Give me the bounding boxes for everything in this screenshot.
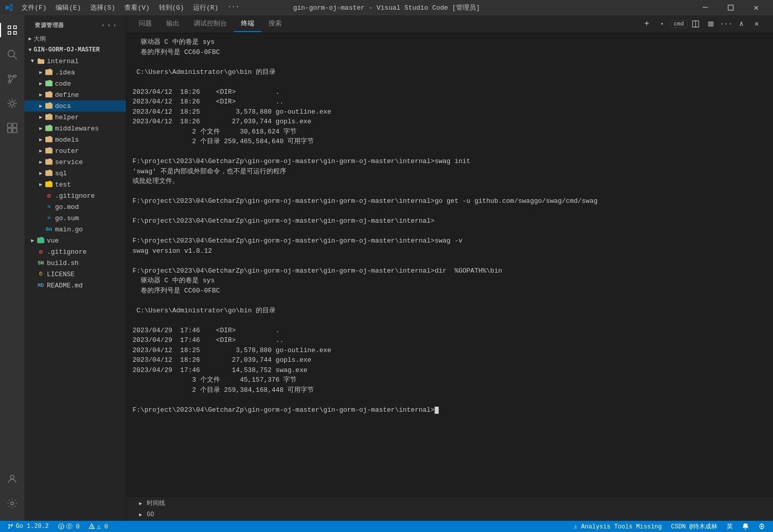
tree-item-gomod[interactable]: ≈ go.mod: [24, 201, 126, 212]
maximize-panel-button[interactable]: ∧: [734, 18, 749, 30]
close-button[interactable]: ✕: [744, 0, 768, 15]
tree-item-gosum[interactable]: ≈ go.sum: [24, 212, 126, 224]
menu-run[interactable]: 运行(R): [189, 2, 222, 13]
activity-bar: [0, 15, 24, 521]
kill-terminal-button[interactable]: [704, 18, 718, 30]
terminal-content[interactable]: 驱动器 C 中的卷是 sys 卷的序列号是 CC60-0FBC C:\Users…: [126, 33, 773, 496]
activity-settings[interactable]: [0, 491, 24, 516]
tab-terminal[interactable]: 终端: [234, 16, 261, 32]
close-panel-button[interactable]: ✕: [750, 18, 764, 30]
status-errors[interactable]: 0 ⓪ 0: [56, 521, 82, 532]
title-bar: 文件(F) 编辑(E) 选择(S) 查看(V) 转到(G) 运行(R) ··· …: [0, 0, 773, 15]
gomod-icon: ≈: [45, 203, 53, 211]
tree-item-vue[interactable]: ▶ vue: [24, 235, 126, 246]
tree-item-docs[interactable]: ▶ docs: [24, 100, 126, 112]
split-terminal-button[interactable]: [688, 18, 703, 30]
activity-search[interactable]: [0, 42, 24, 67]
term-line-4: C:\Users\Administrator\go\bin 的目录: [132, 67, 767, 77]
tree-item-gitignore[interactable]: ⊙ .gitignore: [24, 190, 126, 201]
menu-view[interactable]: 查看(V): [120, 2, 153, 13]
tree-arrow-idea: ▶: [37, 68, 45, 76]
tree-item-gitignore2[interactable]: ⊙ .gitignore: [24, 246, 126, 257]
status-user[interactable]: CSDN @待木成林: [669, 521, 720, 532]
term-line-15: 或批处理文件。: [132, 176, 767, 187]
router-folder-icon: [45, 147, 53, 155]
status-warnings[interactable]: 0 △ 0: [86, 521, 111, 532]
menu-select[interactable]: 选择(S): [86, 2, 119, 13]
tree-item-code[interactable]: ▶ code: [24, 78, 126, 89]
tree-item-define[interactable]: ▶ define: [24, 89, 126, 100]
status-left: Go 1.20.2 0 ⓪ 0 0 △ 0: [5, 521, 111, 532]
new-terminal-button[interactable]: +: [639, 18, 654, 30]
menu-edit[interactable]: 编辑(E): [51, 2, 85, 13]
sidebar-content: ▶ 大纲 ▼ GIN-GORM-OJ-MASTER ▶ internal: [24, 33, 126, 521]
svg-point-1: [8, 50, 15, 57]
menu-file[interactable]: 文件(F): [17, 2, 50, 13]
status-settings[interactable]: [756, 521, 768, 532]
status-errors-count: ⓪ 0: [66, 522, 79, 531]
activity-git[interactable]: [0, 67, 24, 91]
section-dajie[interactable]: ▶ 大纲: [24, 33, 126, 44]
tree-item-maingo[interactable]: Go main.go: [24, 224, 126, 235]
timeline-section[interactable]: ▶ 时间线: [126, 498, 773, 509]
tree-item-router[interactable]: ▶ router: [24, 145, 126, 156]
tab-debug-console[interactable]: 调试控制台: [186, 16, 234, 32]
tree-arrow-define: ▶: [37, 91, 45, 99]
status-user-text: CSDN @待木成林: [671, 522, 717, 531]
status-notification[interactable]: [739, 521, 752, 532]
status-analysis-text: ⚠ Analysis Tools Missing: [574, 523, 662, 530]
go-section[interactable]: ▶ GO: [126, 509, 773, 520]
svg-point-17: [9, 527, 10, 529]
tab-problems[interactable]: 问题: [131, 16, 159, 32]
minimize-button[interactable]: ─: [694, 0, 717, 15]
gosum-icon: ≈: [45, 214, 53, 222]
sidebar-title: 资源管理器: [35, 21, 64, 29]
more-actions-button[interactable]: ···: [719, 18, 733, 30]
term-line-10: 2 个文件 30,618,624 字节: [132, 127, 767, 137]
status-lang[interactable]: 英: [724, 521, 735, 532]
tree-item-readme[interactable]: MD README.md: [24, 280, 126, 291]
activity-account[interactable]: [0, 467, 24, 491]
activity-debug[interactable]: [0, 91, 24, 116]
term-line-14: 'swag' 不是内部或外部命令，也不是可运行的程序: [132, 167, 767, 177]
tree-label-gitignore: .gitignore: [55, 192, 95, 200]
tree-item-buildsh[interactable]: SH build.sh: [24, 257, 126, 269]
title-bar-controls: ─ ✕: [694, 0, 768, 15]
term-line-12: [132, 147, 767, 157]
status-warnings-count: △ 0: [97, 523, 108, 530]
tree-item-internal[interactable]: ▶ internal: [24, 56, 126, 67]
svg-text:0: 0: [91, 525, 93, 529]
term-line-22: swag version v1.8.12: [132, 246, 767, 256]
maximize-button[interactable]: [719, 0, 742, 15]
term-line-32: 2023/04/12 18:25 3,578,880 go-outline.ex…: [132, 345, 767, 356]
term-line-25: 驱动器 C 中的卷是 sys: [132, 276, 767, 286]
tree-item-service[interactable]: ▶ service: [24, 156, 126, 168]
svg-rect-7: [8, 123, 12, 127]
section-project[interactable]: ▼ GIN-GORM-OJ-MASTER: [24, 44, 126, 56]
tree-item-license[interactable]: © LICENSE: [24, 269, 126, 280]
svg-point-11: [10, 475, 14, 479]
tree-item-sql[interactable]: ▶ sql: [24, 168, 126, 179]
activity-explorer[interactable]: [0, 18, 24, 42]
tree-item-idea[interactable]: ▶ .idea: [24, 67, 126, 78]
tree-arrow-middlewares: ▶: [37, 124, 45, 132]
term-line-31: 2023/04/29 17:46 <DIR> ..: [132, 335, 767, 345]
status-branch[interactable]: Go 1.20.2: [5, 521, 51, 532]
terminal-dropdown-button[interactable]: ▾: [655, 18, 669, 30]
tree-item-test[interactable]: ▶ test: [24, 179, 126, 190]
sidebar-more-button[interactable]: ···: [100, 20, 118, 31]
tree-item-models[interactable]: ▶ models: [24, 134, 126, 145]
term-line-33: 2023/04/12 18:26 27,039,744 gopls.exe: [132, 355, 767, 365]
activity-extensions[interactable]: [0, 116, 24, 140]
term-line-34: 2023/04/29 17:46 14,538,752 swag.exe: [132, 365, 767, 376]
tab-search[interactable]: 搜索: [261, 16, 289, 32]
status-go-version: Go 1.20.2: [16, 523, 49, 530]
tree-item-helper[interactable]: ▶ helper: [24, 112, 126, 123]
terminal-cursor: [435, 407, 439, 414]
tab-output[interactable]: 输出: [159, 16, 186, 32]
menu-goto[interactable]: 转到(G): [155, 2, 188, 13]
term-line-18: [132, 206, 767, 217]
tree-item-middlewares[interactable]: ▶ middlewares: [24, 123, 126, 134]
status-analysis[interactable]: ⚠ Analysis Tools Missing: [571, 521, 664, 532]
menu-more[interactable]: ···: [223, 2, 243, 13]
